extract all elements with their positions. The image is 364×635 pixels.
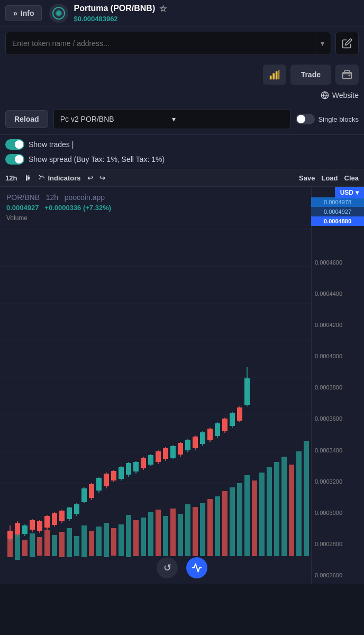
trade-button[interactable]: Trade [290, 65, 331, 85]
svg-rect-25 [22, 540, 28, 556]
svg-rect-58 [267, 467, 272, 556]
header: » Info Portuma (POR/BNB) ☆ $0.000483962 [0, 0, 364, 26]
svg-rect-78 [52, 513, 57, 525]
indicators-button[interactable]: Indicators [38, 174, 80, 182]
svg-rect-112 [178, 443, 183, 455]
svg-rect-2 [269, 76, 271, 79]
price-level-10: 0.0002800 [315, 541, 361, 547]
svg-rect-55 [244, 475, 250, 556]
svg-rect-63 [304, 441, 309, 556]
price-highlight-bot: 0.0004880 [311, 216, 364, 226]
svg-rect-94 [111, 471, 116, 480]
svg-rect-43 [156, 510, 161, 556]
favorite-icon[interactable]: ☆ [159, 4, 167, 14]
svg-rect-46 [178, 514, 183, 556]
load-button[interactable]: Load [321, 174, 338, 182]
chart-container: POR/BNB 12h poocoin.app 0.0004927 +0.000… [0, 187, 364, 584]
save-button[interactable]: Save [299, 174, 315, 182]
pair-label: Pc v2 POR/BNB [60, 115, 172, 123]
svg-rect-27 [37, 537, 42, 556]
svg-rect-126 [230, 413, 235, 426]
svg-rect-31 [67, 528, 72, 557]
show-spread-row: Show spread (Buy Tax: 1%, Sell Tax: 1%) [5, 154, 359, 165]
action-row: Trade [0, 60, 364, 89]
svg-rect-104 [148, 455, 153, 465]
svg-rect-84 [74, 504, 79, 514]
svg-rect-28 [44, 530, 50, 556]
show-trades-label: Show trades | [29, 140, 74, 149]
edit-button[interactable] [335, 32, 359, 55]
svg-rect-39 [126, 515, 131, 557]
search-input[interactable] [12, 39, 315, 48]
svg-rect-26 [30, 533, 35, 557]
price-level-3: 0.0004200 [315, 322, 361, 328]
token-logo [49, 4, 68, 23]
refresh-button[interactable]: ↺ [157, 557, 178, 578]
svg-rect-49 [200, 503, 205, 556]
svg-rect-38 [119, 524, 124, 556]
svg-rect-51 [215, 496, 220, 556]
svg-rect-60 [281, 457, 287, 556]
wallet-button[interactable] [335, 65, 359, 85]
show-trades-row: Show trades | [5, 139, 359, 150]
info-label: Info [21, 9, 34, 17]
price-level-1: 0.0004600 [315, 259, 361, 266]
svg-rect-3 [272, 73, 275, 79]
svg-rect-62 [296, 451, 302, 556]
svg-rect-34 [89, 531, 94, 556]
svg-rect-40 [133, 520, 139, 556]
svg-rect-35 [96, 527, 102, 556]
search-bar: ▾ [0, 26, 364, 60]
chart-view-button[interactable] [186, 557, 207, 578]
undo-button[interactable]: ↩ [87, 174, 93, 182]
single-blocks-toggle[interactable] [296, 114, 315, 124]
svg-rect-70 [22, 525, 28, 534]
reload-button[interactable]: Reload [5, 110, 48, 128]
timeframe-selector[interactable]: 12h [5, 174, 17, 182]
svg-rect-108 [163, 448, 168, 459]
svg-rect-106 [156, 451, 161, 462]
controls-row: Reload Pc v2 POR/BNB ▾ Single blocks [0, 104, 364, 135]
token-price: $0.000483962 [74, 15, 359, 23]
usd-label: USD [340, 189, 353, 196]
svg-rect-80 [59, 511, 65, 521]
website-label: Website [332, 91, 359, 99]
svg-rect-36 [104, 523, 109, 557]
svg-rect-50 [207, 499, 213, 556]
svg-rect-57 [259, 473, 265, 556]
svg-rect-102 [141, 458, 146, 468]
clear-button[interactable]: Clea [344, 174, 359, 182]
website-link[interactable]: Website [321, 91, 359, 99]
svg-rect-124 [222, 419, 228, 431]
price-highlight-mid: 0.0004927 [311, 207, 364, 216]
indicators-label: Indicators [48, 174, 80, 182]
usd-badge[interactable]: USD ▾ [335, 187, 364, 198]
candle-type-button[interactable] [23, 174, 32, 182]
svg-rect-48 [193, 507, 198, 556]
token-info: Portuma (POR/BNB) ☆ $0.000483962 [74, 4, 359, 23]
show-spread-toggle[interactable] [5, 154, 24, 165]
price-highlight-top: 0.0004978 [311, 197, 364, 207]
redo-button[interactable]: ↪ [99, 174, 105, 182]
svg-rect-4 [275, 71, 277, 80]
svg-rect-72 [30, 520, 35, 530]
chart-volume-label: Volume [6, 214, 28, 222]
info-button[interactable]: » Info [5, 5, 42, 21]
search-wrapper: ▾ [5, 32, 331, 55]
refresh-icon: ↺ [163, 562, 171, 574]
svg-rect-52 [222, 491, 228, 556]
price-level-6: 0.0003600 [315, 415, 361, 422]
svg-rect-37 [111, 528, 116, 556]
chart-svg-area[interactable] [0, 187, 311, 584]
svg-rect-118 [200, 432, 205, 444]
dropdown-arrow-icon[interactable]: ▾ [315, 32, 324, 55]
chart-button[interactable] [263, 65, 286, 85]
price-level-4: 0.0004000 [315, 353, 361, 359]
show-trades-toggle[interactable] [5, 139, 24, 150]
price-scale: 0.0004600 0.0004400 0.0004200 0.0004000 … [311, 187, 364, 584]
chevron-right-icon: » [13, 9, 17, 17]
svg-rect-41 [141, 518, 146, 556]
pair-selector[interactable]: Pc v2 POR/BNB ▾ [53, 109, 291, 129]
chart-toolbar: 12h Indicators ↩ ↪ Save Load Clea [0, 169, 364, 187]
single-blocks-label: Single blocks [318, 115, 359, 123]
